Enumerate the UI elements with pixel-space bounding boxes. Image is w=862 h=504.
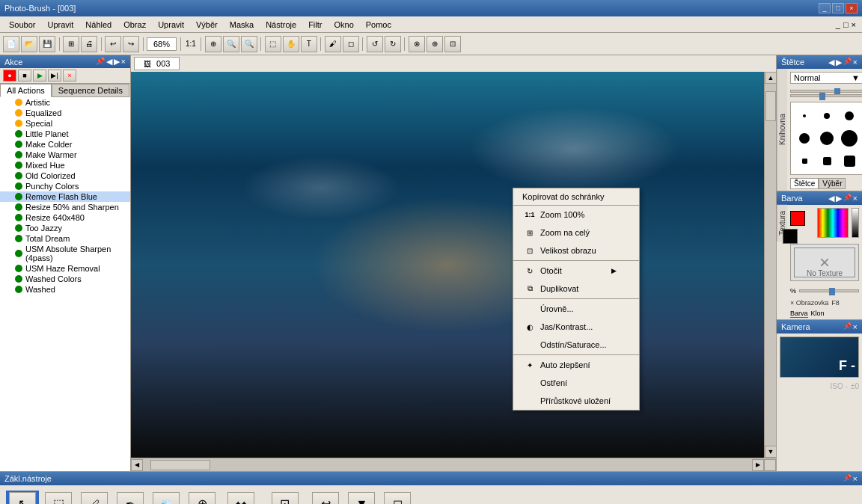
- action-resize-50[interactable]: Resize 50% and Sharpen: [0, 202, 130, 212]
- scroll-thumb-h[interactable]: [150, 460, 210, 470]
- menu-upravit[interactable]: Upravit: [41, 19, 79, 31]
- brushes-pin[interactable]: 📌: [843, 58, 852, 67]
- save-button[interactable]: 💾: [39, 36, 55, 52]
- sipka-icon[interactable]: ↖: [9, 492, 36, 505]
- action-usm-sharpen[interactable]: USM Absolute Sharpen (4pass): [0, 244, 130, 263]
- bottom-toolbar-pin[interactable]: 📌: [843, 474, 852, 483]
- tab-stece[interactable]: Štětce: [790, 178, 819, 189]
- ctx-zoom100[interactable]: 1:1 Zoom 100%: [513, 206, 639, 224]
- ctx-image-size[interactable]: ⊡ Velikost obrazu: [513, 242, 639, 261]
- action-washed[interactable]: Washed: [0, 284, 130, 295]
- color-close[interactable]: ×: [853, 194, 858, 203]
- close-button[interactable]: ×: [846, 3, 858, 13]
- color-nav-right[interactable]: ▶: [836, 194, 842, 203]
- tab-all-actions[interactable]: All Actions: [0, 84, 52, 97]
- tool-obr-razitko[interactable]: ⊡ Obr.razítko: [263, 491, 306, 505]
- action-remove-flash-blue[interactable]: Remove Flash Blue: [0, 191, 130, 202]
- actions-stop-btn[interactable]: ■: [18, 70, 31, 82]
- brush-cell-5[interactable]: [839, 128, 860, 149]
- scroll-up-button[interactable]: ▲: [765, 72, 776, 84]
- action-too-jazzy[interactable]: Too Jazzy: [0, 223, 130, 233]
- brush-slider-1[interactable]: [790, 90, 862, 93]
- canvas-image[interactable]: [131, 72, 764, 458]
- actions-play-btn[interactable]: ▶: [33, 70, 46, 82]
- color-gradient-picker[interactable]: [817, 208, 849, 238]
- rotate-r-button[interactable]: ↻: [385, 36, 401, 52]
- action-punchy-colors[interactable]: Punchy Colors: [0, 181, 130, 191]
- tool-sprej[interactable]: 💨 Sprej: [150, 491, 183, 505]
- action-old-colorized[interactable]: Old Colorized: [0, 170, 130, 181]
- action-usm-haze[interactable]: USM Haze Removal: [0, 263, 130, 274]
- maximize-button[interactable]: □: [832, 3, 844, 13]
- zpet-icon[interactable]: ↩: [312, 492, 339, 505]
- tab-sequence-details[interactable]: Sequence Details: [52, 84, 129, 97]
- actions-nav-left[interactable]: ◀: [106, 57, 112, 67]
- action-make-colder[interactable]: Make Colder: [0, 139, 130, 150]
- menu-maska[interactable]: Maska: [224, 19, 260, 31]
- action-total-dream[interactable]: Total Dream: [0, 233, 130, 244]
- brush-cell-4[interactable]: [816, 128, 837, 149]
- panel-close-btn[interactable]: ×: [852, 20, 856, 29]
- tool-stece[interactable]: 🖌 Štětec: [78, 491, 111, 505]
- contact-button[interactable]: ⊞: [63, 36, 79, 52]
- actions-close-icon[interactable]: ×: [121, 57, 126, 67]
- obr-razitko-icon[interactable]: ⊡: [272, 492, 299, 505]
- brush-cell-8[interactable]: [839, 150, 860, 171]
- razitko-icon[interactable]: ⊕: [189, 492, 216, 505]
- action-artistic[interactable]: Artistic: [0, 97, 130, 108]
- channel-button[interactable]: ⊕: [427, 36, 443, 52]
- scroll-track-h[interactable]: [143, 459, 752, 471]
- vertical-scrollbar[interactable]: ▲ ▼: [764, 72, 776, 458]
- text-button[interactable]: T: [301, 36, 317, 52]
- hand-button[interactable]: ✋: [283, 36, 299, 52]
- bottom-toolbar-close[interactable]: ×: [853, 474, 858, 483]
- camera-close[interactable]: ×: [853, 322, 858, 331]
- brush-cell-1[interactable]: [816, 105, 837, 126]
- ctx-hue[interactable]: Odstín/Saturace...: [513, 336, 639, 355]
- color-value-slider[interactable]: [852, 208, 859, 238]
- color-pin[interactable]: 📌: [843, 194, 852, 203]
- menu-upravit2[interactable]: Upravit: [152, 19, 190, 31]
- brushes-nav-left[interactable]: ◀: [828, 58, 834, 67]
- action-resize-640[interactable]: Resize 640x480: [0, 212, 130, 223]
- menu-nastroje[interactable]: Nástroje: [260, 19, 302, 31]
- menu-obraz[interactable]: Obraz: [117, 19, 152, 31]
- rotate-l-button[interactable]: ↺: [367, 36, 383, 52]
- eraser-button[interactable]: ◻: [343, 36, 359, 52]
- extra-button[interactable]: ⊡: [444, 36, 461, 52]
- camera-pin[interactable]: 📌: [843, 322, 852, 331]
- menu-okno[interactable]: Okno: [328, 19, 359, 31]
- original-icon[interactable]: ◻: [384, 492, 411, 505]
- brushes-close[interactable]: ×: [853, 58, 858, 67]
- brush-cell-2[interactable]: [839, 105, 860, 126]
- ctx-rotate[interactable]: ↻ Otočit ▶: [513, 261, 639, 280]
- ctx-copy[interactable]: Kopírovat do schránky: [513, 188, 639, 206]
- scroll-thumb-v[interactable]: [765, 91, 776, 121]
- tool-vybr[interactable]: ⬚ Výběr: [42, 491, 75, 505]
- tool-plneni[interactable]: ▼ Plnění: [345, 491, 378, 505]
- menu-pomoc[interactable]: Pomoc: [360, 19, 397, 31]
- redo-button[interactable]: ↪: [123, 36, 139, 52]
- ctx-duplicate[interactable]: ⧉ Duplikovat: [513, 280, 639, 299]
- background-color-swatch[interactable]: [783, 229, 798, 244]
- minimize-button[interactable]: _: [819, 3, 831, 13]
- tool-pero[interactable]: ✒ Pero: [114, 491, 147, 505]
- action-washed-colors[interactable]: Washed Colors: [0, 274, 130, 284]
- panel-minimize-btn[interactable]: _: [836, 20, 840, 29]
- ctx-levels[interactable]: Úrovně...: [513, 299, 639, 318]
- tool-zpet[interactable]: ↩ Zpět: [309, 491, 342, 505]
- brushes-mode-dropdown[interactable]: Normal ▼: [790, 72, 862, 84]
- ctx-auto-enhance[interactable]: ✦ Auto zlepšení: [513, 355, 639, 374]
- horizontal-scrollbar[interactable]: ◀ ▶: [131, 458, 776, 471]
- tool-umelecke[interactable]: ✦✦ Umělecké: [221, 491, 260, 505]
- vybr-icon[interactable]: ⬚: [45, 492, 72, 505]
- actions-close-btn[interactable]: ×: [63, 70, 76, 82]
- actions-record-btn[interactable]: ●: [3, 70, 16, 82]
- color-pct-slider[interactable]: [799, 289, 859, 292]
- ctx-sharpen[interactable]: Ostření: [513, 374, 639, 392]
- action-mixed-hue[interactable]: Mixed Hue: [0, 160, 130, 170]
- brush-cell-6[interactable]: [794, 150, 815, 171]
- actions-step-btn[interactable]: ▶|: [48, 70, 61, 82]
- actions-pin-icon[interactable]: 📌: [96, 57, 105, 67]
- scroll-track-v[interactable]: [765, 84, 776, 446]
